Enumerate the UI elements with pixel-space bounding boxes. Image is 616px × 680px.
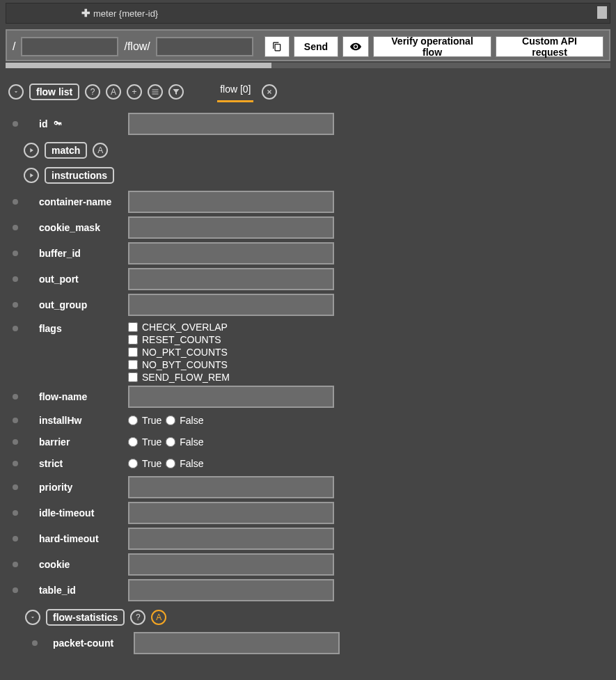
flag-check-overlap[interactable]: CHECK_OVERLAP [128, 322, 230, 333]
label-flow-name: flow-name [24, 391, 128, 402]
expand-instructions-icon[interactable] [24, 168, 39, 183]
input-flow-name[interactable] [128, 386, 334, 408]
expand-match-icon[interactable] [24, 143, 39, 158]
input-packet-count[interactable] [134, 632, 340, 654]
checkbox-send-flow-rem[interactable] [128, 372, 138, 382]
bullet-icon [13, 536, 18, 541]
custom-api-button[interactable]: Custom API request [496, 36, 603, 57]
tab-bar: flow [0] [217, 81, 277, 102]
copy-button[interactable] [264, 36, 290, 57]
label-cookie-mask: cookie_mask [24, 222, 128, 233]
verify-button[interactable]: Verify operational flow [373, 36, 491, 57]
tab-flow-0[interactable]: flow [0] [217, 81, 253, 102]
input-buffer-id[interactable] [128, 242, 334, 264]
close-tab-icon[interactable] [262, 84, 277, 100]
label-installhw: installHw [24, 415, 128, 426]
field-installhw: installHw True False [13, 411, 616, 430]
flag-reset-counts[interactable]: RESET_COUNTS [128, 334, 230, 345]
input-priority[interactable] [128, 476, 334, 498]
input-container-name[interactable] [128, 191, 334, 213]
send-button[interactable]: Send [294, 36, 338, 57]
label-priority: priority [24, 482, 128, 493]
bullet-icon [13, 461, 18, 466]
bullet-icon [13, 484, 18, 490]
checkbox-no-pkt-counts[interactable] [128, 347, 138, 357]
input-out-group[interactable] [128, 294, 334, 316]
preview-button[interactable] [342, 36, 369, 57]
field-strict: strict True False [13, 454, 616, 473]
flow-statistics-button[interactable]: flow-statistics [46, 609, 125, 626]
field-out-group: out_group [13, 293, 616, 317]
scrollbar-thumb[interactable] [597, 6, 607, 19]
help-flow-statistics-icon[interactable]: ? [130, 610, 145, 625]
input-id[interactable] [128, 113, 334, 135]
bullet-icon [13, 418, 18, 423]
filter-icon[interactable] [168, 84, 184, 100]
select-all-icon[interactable]: A [106, 84, 121, 100]
radio-strict-true[interactable] [128, 459, 138, 468]
bullet-icon [13, 587, 18, 593]
label-barrier: barrier [24, 436, 128, 448]
checkbox-reset-counts[interactable] [128, 335, 138, 345]
bullet-icon [13, 121, 18, 127]
row-instructions: instructions [24, 165, 616, 186]
label-out-group: out_group [24, 299, 128, 310]
input-hard-timeout[interactable] [128, 528, 334, 550]
bullet-icon [13, 562, 18, 567]
meter-id-label: meter {meter-id} [93, 8, 158, 19]
horizontal-scrollbar[interactable] [6, 63, 610, 68]
input-cookie-mask[interactable] [128, 216, 334, 239]
field-priority: priority [13, 475, 616, 499]
path-input-2[interactable] [156, 37, 253, 56]
row-flow-statistics: flow-statistics ? A [25, 609, 616, 626]
match-button[interactable]: match [45, 142, 87, 159]
bullet-icon [13, 439, 18, 445]
bullet-icon [13, 394, 18, 400]
field-flow-name: flow-name [13, 385, 616, 409]
field-buffer-id: buffer_id [13, 242, 616, 265]
eye-icon [350, 41, 361, 52]
radio-barrier-true[interactable] [128, 437, 138, 447]
label-cookie: cookie [24, 559, 128, 570]
add-icon[interactable]: + [127, 84, 142, 100]
input-idle-timeout[interactable] [128, 502, 334, 524]
horizontal-scrollbar-thumb[interactable] [6, 63, 271, 68]
flag-send-flow-rem[interactable]: SEND_FLOW_REM [128, 372, 230, 383]
checkbox-no-byt-counts[interactable] [128, 360, 138, 370]
flag-no-byt-counts[interactable]: NO_BYT_COUNTS [128, 359, 230, 370]
radio-installhw-true[interactable] [128, 416, 138, 425]
collapse-flow-statistics-icon[interactable] [25, 610, 40, 625]
installhw-radio-group: True False [128, 415, 204, 426]
radio-installhw-false[interactable] [166, 416, 175, 425]
label-flags: flags [24, 322, 128, 334]
field-cookie-mask: cookie_mask [13, 216, 616, 239]
input-table-id[interactable] [128, 579, 334, 601]
path-input-1[interactable] [21, 37, 118, 56]
field-idle-timeout: idle-timeout [13, 501, 616, 525]
meter-id-item[interactable]: ✚ meter {meter-id} [81, 7, 158, 19]
select-all-flow-statistics-icon[interactable]: A [151, 610, 166, 625]
radio-barrier-false[interactable] [166, 437, 175, 447]
input-cookie[interactable] [128, 553, 334, 576]
list-icon[interactable] [148, 84, 163, 100]
label-strict: strict [24, 458, 128, 469]
collapse-icon[interactable] [8, 84, 24, 100]
select-all-match-icon[interactable]: A [93, 143, 108, 158]
checkbox-check-overlap[interactable] [128, 322, 138, 332]
flag-no-pkt-counts[interactable]: NO_PKT_COUNTS [128, 347, 230, 358]
label-packet-count: packet-count [43, 638, 134, 649]
input-out-port[interactable] [128, 268, 334, 290]
bullet-icon [13, 199, 18, 205]
bullet-icon [13, 326, 18, 331]
field-id: id [13, 112, 616, 136]
help-icon[interactable]: ? [85, 84, 100, 100]
field-packet-count: packet-count [32, 631, 616, 655]
bullet-icon [13, 510, 18, 516]
flow-list-button[interactable]: flow list [29, 84, 79, 100]
barrier-radio-group: True False [128, 436, 204, 448]
instructions-button[interactable]: instructions [45, 167, 114, 184]
field-cookie: cookie [13, 553, 616, 576]
plus-icon: ✚ [81, 7, 90, 19]
radio-strict-false[interactable] [166, 459, 175, 468]
bullet-icon [13, 251, 18, 256]
